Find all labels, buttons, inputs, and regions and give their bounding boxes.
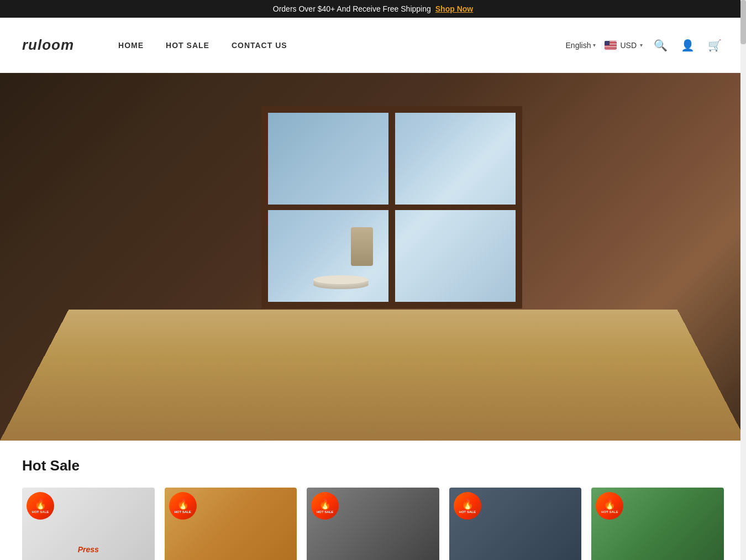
product-card-3[interactable]: HOT SALE (307, 488, 439, 560)
product-card-4[interactable]: HOT SALE (449, 488, 582, 560)
product-card-2[interactable]: HOT SALE (165, 488, 297, 560)
hero-plates (313, 275, 369, 284)
product-image-2: HOT SALE (165, 488, 297, 560)
hot-sale-badge-5: HOT SALE (596, 492, 623, 520)
search-button[interactable]: 🔍 (652, 36, 670, 54)
header: ruloom HOME HOT SALE CONTACT US English … (0, 18, 746, 73)
nav-home[interactable]: HOME (118, 41, 144, 50)
hero-image (0, 73, 746, 441)
product-card-5[interactable]: HOT SALE (591, 488, 724, 560)
search-icon: 🔍 (654, 39, 668, 52)
hot-sale-badge-3: HOT SALE (311, 492, 339, 520)
product-card-1[interactable]: HOT SALE Press (22, 488, 155, 560)
product-image-4: HOT SALE (449, 488, 582, 560)
currency-code: USD (620, 41, 637, 50)
announcement-bar: Orders Over $40+ And Receive Free Shippi… (0, 0, 746, 18)
product-image-3: HOT SALE (307, 488, 439, 560)
header-right: English ▾ USD ▾ 🔍 👤 🛒 (566, 36, 724, 54)
badge-text-4: HOT SALE (459, 510, 476, 514)
badge-text-3: HOT SALE (317, 510, 333, 514)
hero-window (261, 106, 523, 308)
shop-now-link[interactable]: Shop Now (435, 4, 473, 13)
language-selector[interactable]: English ▾ (566, 41, 596, 50)
currency-chevron: ▾ (640, 42, 643, 48)
user-icon: 👤 (681, 39, 695, 52)
badge-text-5: HOT SALE (601, 510, 618, 514)
nav-contact-us[interactable]: CONTACT US (232, 41, 287, 50)
nav: HOME HOT SALE CONTACT US (118, 41, 565, 50)
product-image-1: HOT SALE Press (22, 488, 155, 560)
cart-icon: 🛒 (708, 39, 722, 52)
nav-hot-sale[interactable]: HOT SALE (166, 41, 209, 50)
hero-background (0, 73, 746, 441)
product-image-5: HOT SALE (591, 488, 724, 560)
language-label: English (566, 41, 591, 50)
logo[interactable]: ruloom (22, 36, 74, 54)
badge-text-2: HOT SALE (174, 510, 191, 514)
scrollbar-track[interactable] (740, 0, 746, 560)
hot-sale-badge-2: HOT SALE (169, 492, 197, 520)
hot-sale-badge-4: HOT SALE (454, 492, 481, 520)
scrollbar-thumb[interactable] (740, 0, 746, 44)
language-chevron: ▾ (593, 42, 596, 48)
flag-icon (605, 41, 617, 50)
account-button[interactable]: 👤 (679, 36, 697, 54)
hot-sale-section: Hot Sale HOT SALE Press HOT SALE HO (0, 441, 746, 560)
press-label: Press (78, 545, 99, 554)
currency-selector[interactable]: USD ▾ (605, 41, 643, 50)
hero-window-divider-horizontal (268, 205, 516, 210)
announcement-text: Orders Over $40+ And Receive Free Shippi… (273, 4, 431, 13)
cart-button[interactable]: 🛒 (706, 36, 724, 54)
products-grid: HOT SALE Press HOT SALE HOT SALE (22, 488, 724, 560)
hot-sale-title: Hot Sale (22, 457, 724, 474)
badge-text-1: HOT SALE (32, 510, 49, 514)
hero-utensils (351, 227, 373, 266)
hero-table (0, 310, 746, 441)
hot-sale-badge-1: HOT SALE (27, 492, 54, 520)
